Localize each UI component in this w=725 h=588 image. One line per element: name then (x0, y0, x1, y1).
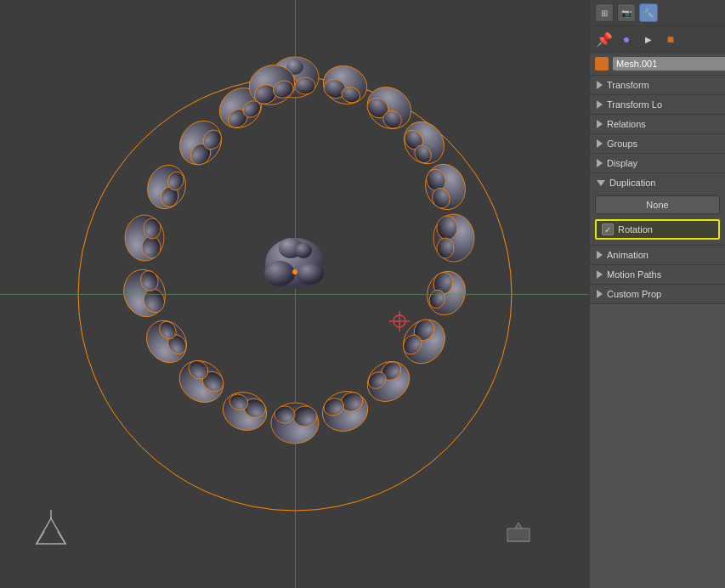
chevron-icon[interactable]: ▶ (639, 30, 658, 48)
custom-prop-header[interactable]: Custom Prop (590, 285, 725, 303)
section-motion-paths: Motion Paths (590, 265, 725, 285)
checkmark-icon: ✓ (604, 225, 611, 235)
rotation-label: Rotation (618, 224, 653, 235)
triangle-right-icon (597, 251, 603, 259)
none-button[interactable]: None (595, 195, 720, 214)
groups-label: Groups (607, 139, 637, 149)
motion-paths-header[interactable]: Motion Paths (590, 265, 725, 284)
triangle-right-icon (597, 81, 603, 89)
triangle-down-icon (597, 180, 605, 186)
svg-point-67 (292, 269, 297, 274)
section-display: Display (590, 154, 725, 173)
section-custom-prop: Custom Prop (590, 285, 725, 304)
mesh-name-input[interactable] (613, 57, 725, 71)
svg-point-0 (78, 77, 512, 511)
svg-point-19 (437, 238, 454, 258)
duplication-label: Duplication (609, 178, 655, 188)
duplication-header[interactable]: Duplication (590, 173, 725, 192)
svg-point-63 (264, 261, 295, 286)
relations-header[interactable]: Relations (590, 115, 725, 133)
transform-lo-label: Transform Lo (607, 99, 662, 110)
rotation-checkbox[interactable]: ✓ (602, 223, 614, 235)
mesh-name-row (590, 53, 725, 76)
svg-marker-76 (507, 529, 530, 541)
svg-point-64 (297, 263, 324, 285)
custom-prop-label: Custom Prop (607, 289, 661, 299)
triangle-right-icon (597, 159, 603, 167)
svg-point-34 (275, 406, 295, 423)
section-transform: Transform (590, 76, 725, 95)
svg-point-3 (295, 77, 315, 94)
section-duplication: Duplication None ✓ Rotation (590, 173, 725, 246)
mesh-cube-icon[interactable]: ■ (661, 30, 680, 48)
groups-header[interactable]: Groups (590, 134, 725, 153)
display-label: Display (607, 158, 637, 168)
svg-line-73 (58, 531, 65, 544)
section-groups: Groups (590, 134, 725, 154)
mesh-icon (595, 57, 609, 71)
svg-point-18 (437, 216, 457, 240)
motion-paths-label: Motion Paths (607, 269, 661, 280)
display-header[interactable]: Display (590, 154, 725, 172)
triangle-right-icon (597, 270, 603, 279)
svg-line-72 (37, 531, 44, 544)
transform-label: Transform (607, 80, 649, 90)
settings-icon[interactable]: 🔧 (639, 3, 658, 22)
svg-point-48 (142, 236, 161, 258)
rock-ring-svg (0, 0, 589, 588)
section-relations: Relations (590, 115, 725, 134)
rotation-highlight-box: ✓ Rotation (595, 219, 720, 240)
3d-viewport[interactable] (0, 0, 589, 588)
section-animation: Animation (590, 246, 725, 265)
transform-header[interactable]: Transform (590, 76, 725, 94)
triangle-right-icon (597, 290, 603, 298)
triangle-right-icon (597, 120, 603, 128)
triangle-right-icon (597, 100, 603, 109)
transform-lo-header[interactable]: Transform Lo (590, 95, 725, 114)
panel-icons-row: 📌 ● ▶ ■ (590, 26, 725, 53)
svg-point-66 (295, 243, 312, 258)
relations-label: Relations (607, 119, 646, 129)
svg-point-33 (293, 406, 317, 427)
animation-label: Animation (607, 250, 649, 260)
svg-point-49 (144, 218, 161, 239)
panel-toolbar: ⊞ 📷 🔧 (590, 0, 725, 26)
camera-icon[interactable]: 📷 (617, 3, 636, 22)
section-transform-lo: Transform Lo (590, 95, 725, 115)
object-icon[interactable]: ● (617, 30, 636, 48)
svg-marker-71 (37, 518, 65, 544)
duplication-content: None ✓ Rotation (590, 192, 725, 245)
triangle-right-icon (597, 139, 603, 148)
render-icon[interactable]: ⊞ (595, 3, 614, 22)
properties-panel: ⊞ 📷 🔧 📌 ● ▶ ■ Transform Transform Lo Rel… (589, 0, 725, 588)
pin-icon[interactable]: 📌 (595, 30, 614, 48)
animation-header[interactable]: Animation (590, 246, 725, 264)
